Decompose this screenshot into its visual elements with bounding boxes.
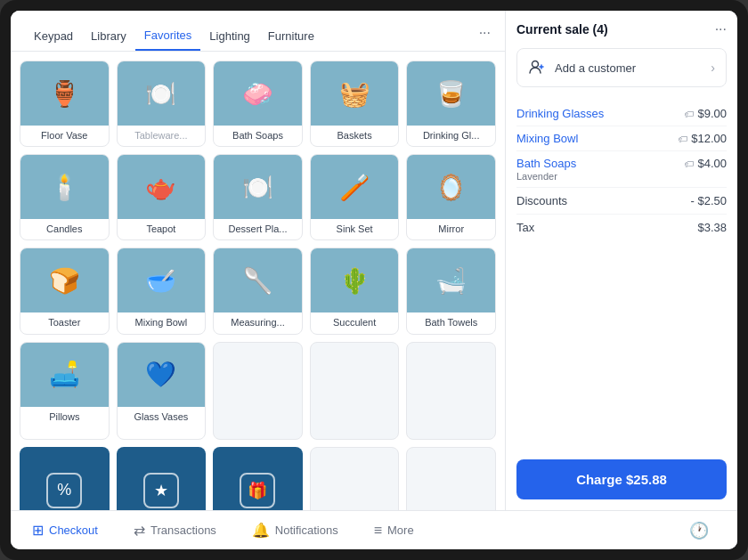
rewards-icon: ★ — [143, 473, 179, 508]
product-img-teapot: 🫖 — [118, 155, 206, 219]
nav-transactions-label: Transactions — [150, 523, 216, 537]
line-item-name-mixing-bowl[interactable]: Mixing Bowl — [516, 132, 578, 145]
product-label-candles: Candles — [20, 219, 109, 239]
product-card-pillows[interactable]: 🛋️ Pillows — [20, 342, 110, 440]
tab-keypad[interactable]: Keypad — [25, 22, 82, 50]
product-card-mirror[interactable]: 🪞 Mirror — [406, 154, 496, 240]
empty-slot-5 — [406, 447, 496, 510]
discounts-label: Discounts — [516, 194, 567, 207]
product-img-bath-towels: 🛁 — [407, 248, 495, 312]
product-img-bath-soaps: 🧼 — [214, 61, 302, 126]
checkout-icon: ⊞ — [32, 522, 44, 539]
tabs-more-icon[interactable]: ··· — [479, 25, 491, 48]
line-item-name-drinking-glasses[interactable]: Drinking Glasses — [516, 107, 604, 120]
sale-title: Current sale (4) — [516, 22, 608, 37]
product-grid: 🏺 Floor Vase 🍽️ Tableware... 🧼 Bath Soap… — [20, 61, 496, 510]
product-card-dessert-plates[interactable]: 🍽️ Dessert Pla... — [213, 154, 303, 240]
line-items: Drinking Glasses 🏷 $9.00 Mixing Bowl — [516, 101, 727, 449]
tab-favorites[interactable]: Favorites — [135, 21, 200, 51]
empty-slot-1 — [213, 342, 303, 440]
product-img-sink-set: 🪥 — [311, 155, 399, 219]
product-img-toaster: 🍞 — [20, 248, 109, 312]
product-card-sink-set[interactable]: 🪥 Sink Set — [310, 154, 400, 240]
sale-header: Current sale (4) ··· — [516, 21, 727, 37]
line-item-price-mixing-bowl: 🏷 $12.00 — [678, 132, 727, 145]
product-label-succulent: Succulent — [311, 312, 399, 333]
product-card-succulent[interactable]: 🌵 Succulent — [310, 248, 400, 334]
nav-transactions[interactable]: ⇄ Transactions — [126, 518, 224, 542]
tab-lighting[interactable]: Lighting — [200, 22, 259, 50]
product-img-baskets: 🧺 — [311, 61, 399, 126]
main-content: Keypad Library Favorites Lighting Furnit… — [11, 11, 737, 510]
line-item-price-bath-soaps: 🏷 $4.00 — [684, 157, 727, 170]
product-card-teapot[interactable]: 🫖 Teapot — [117, 154, 207, 240]
product-img-tableware: 🍽️ — [118, 61, 206, 126]
charge-button[interactable]: Charge $25.88 — [516, 459, 727, 499]
product-img-glass-vases: 💙 — [118, 343, 206, 407]
notifications-icon: 🔔 — [252, 522, 270, 539]
price-tag-icon-1: 🏷 — [684, 109, 694, 119]
product-label-teapot: Teapot — [118, 219, 206, 239]
product-img-drinking-glasses: 🥃 — [407, 61, 495, 126]
empty-slot-3 — [406, 342, 496, 440]
product-label-mixing-bowl: Mixing Bowl — [118, 312, 206, 333]
empty-slot-2 — [310, 342, 400, 440]
clock-icon: 🕐 — [689, 522, 709, 540]
device-frame: Keypad Library Favorites Lighting Furnit… — [0, 0, 748, 560]
product-img-dessert-plates: 🍽️ — [214, 155, 302, 219]
nav-more-label: More — [387, 523, 414, 537]
line-item-name-bath-soaps[interactable]: Bath Soaps Lavender — [516, 157, 576, 182]
price-tag-icon-2: 🏷 — [678, 134, 687, 144]
product-label-sink-set: Sink Set — [311, 219, 399, 239]
clock-button[interactable]: 🕐 — [689, 521, 723, 540]
product-card-measuring[interactable]: 🥄 Measuring... — [213, 248, 303, 334]
product-label-toaster: Toaster — [20, 312, 109, 333]
nav-checkout-label: Checkout — [49, 523, 98, 537]
product-card-candles[interactable]: 🕯️ Candles — [20, 154, 110, 240]
product-card-toaster[interactable]: 🍞 Toaster — [20, 248, 110, 334]
left-panel: Keypad Library Favorites Lighting Furnit… — [11, 11, 506, 510]
empty-slot-4 — [310, 447, 400, 510]
line-item-price-drinking-glasses: 🏷 $9.00 — [684, 107, 727, 120]
right-panel: Current sale (4) ··· Add a customer — [506, 11, 737, 510]
product-img-succulent: 🌵 — [311, 248, 399, 312]
product-img-mirror: 🪞 — [407, 155, 495, 219]
product-img-mixing-bowl: 🥣 — [118, 248, 206, 312]
transactions-icon: ⇄ — [134, 522, 145, 539]
nav-more[interactable]: ≡ More — [367, 519, 421, 542]
add-customer-text: Add a customer — [555, 61, 636, 75]
product-label-pillows: Pillows — [20, 407, 109, 427]
add-customer-button[interactable]: Add a customer › — [516, 48, 727, 87]
nav-notifications[interactable]: 🔔 Notifications — [245, 518, 346, 542]
product-card-tableware[interactable]: 🍽️ Tableware... — [117, 61, 207, 147]
line-item-drinking-glasses: Drinking Glasses 🏷 $9.00 — [516, 101, 727, 126]
product-card-floor-vase[interactable]: 🏺 Floor Vase — [20, 61, 110, 147]
action-card-gift-cards[interactable]: 🎁 Gift cards — [213, 447, 303, 510]
product-card-mixing-bowl[interactable]: 🥣 Mixing Bowl — [117, 248, 207, 334]
product-card-bath-soaps[interactable]: 🧼 Bath Soaps — [213, 61, 303, 147]
product-label-dessert-plates: Dessert Pla... — [214, 219, 302, 239]
product-card-drinking-glasses[interactable]: 🥃 Drinking Gl... — [406, 61, 496, 147]
action-card-rewards[interactable]: ★ Rewards — [117, 447, 207, 510]
product-card-bath-towels[interactable]: 🛁 Bath Towels — [406, 248, 496, 334]
product-img-pillows: 🛋️ — [20, 343, 109, 407]
product-card-glass-vases[interactable]: 💙 Glass Vases — [117, 342, 207, 440]
product-label-bath-soaps: Bath Soaps — [214, 126, 302, 146]
nav-checkout[interactable]: ⊞ Checkout — [25, 518, 105, 542]
tab-library[interactable]: Library — [82, 22, 135, 50]
chevron-right-icon: › — [711, 61, 715, 75]
bottom-nav: ⊞ Checkout ⇄ Transactions 🔔 Notification… — [11, 510, 737, 549]
product-label-measuring: Measuring... — [214, 312, 302, 333]
tab-bar: Keypad Library Favorites Lighting Furnit… — [11, 11, 505, 52]
tab-furniture[interactable]: Furniture — [259, 22, 323, 50]
product-label-mirror: Mirror — [407, 219, 495, 239]
action-card-discounts[interactable]: % Discounts — [20, 447, 110, 510]
discounts-line: Discounts - $2.50 — [516, 188, 727, 215]
line-item-mixing-bowl: Mixing Bowl 🏷 $12.00 — [516, 126, 727, 151]
product-card-baskets[interactable]: 🧺 Baskets — [310, 61, 400, 147]
sale-more-icon[interactable]: ··· — [715, 21, 727, 37]
product-label-bath-towels: Bath Towels — [407, 312, 495, 333]
product-label-baskets: Baskets — [311, 126, 399, 146]
svg-point-0 — [533, 61, 539, 68]
discount-icon: % — [46, 473, 82, 508]
